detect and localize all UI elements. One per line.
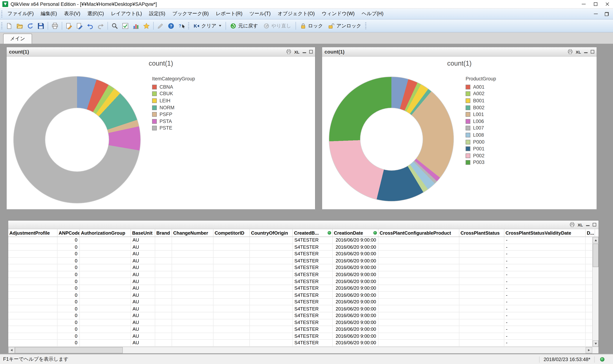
table-cell[interactable] (250, 340, 293, 346)
table-cell[interactable] (214, 312, 250, 319)
help-icon[interactable]: ? (166, 21, 176, 30)
legend-item[interactable]: L001 (466, 111, 496, 118)
lock-button[interactable]: ロック (297, 21, 326, 30)
table-cell[interactable] (214, 319, 250, 326)
table-cell[interactable]: - (504, 292, 585, 298)
column-header[interactable]: CreatedB... (293, 229, 333, 237)
table-cell[interactable] (155, 292, 172, 298)
vertical-scroll-thumb[interactable] (593, 244, 599, 267)
donut-chart[interactable] (329, 77, 453, 201)
column-header[interactable]: ANPCode (57, 229, 80, 237)
table-cell[interactable] (172, 237, 213, 243)
table-cell[interactable]: AU (131, 271, 155, 278)
maximize-object-button[interactable] (309, 50, 313, 53)
minimize-object-button[interactable] (303, 51, 306, 53)
menu-item[interactable]: ウィンドウ(W) (318, 9, 358, 19)
legend-item[interactable]: P002 (466, 152, 496, 159)
table-cell[interactable] (155, 299, 172, 305)
legend-item[interactable]: L008 (466, 131, 496, 139)
table-cell[interactable] (8, 271, 57, 278)
table-cell[interactable] (378, 244, 459, 250)
table-cell[interactable]: - (504, 278, 585, 285)
table-cell[interactable] (378, 319, 459, 326)
table-cell[interactable]: S4TESTER (293, 306, 333, 312)
table-cell[interactable]: - (504, 244, 585, 250)
table-cell[interactable]: 2016/06/20 9:00:00 (333, 271, 378, 278)
table-cell[interactable] (8, 326, 57, 332)
table-cell[interactable]: - (504, 312, 585, 319)
table-cell[interactable] (155, 244, 172, 250)
undo-layout-icon[interactable] (85, 21, 95, 30)
legend-item[interactable]: PSTE (152, 125, 195, 132)
mdi-restore-button[interactable] (603, 10, 611, 17)
table-cell[interactable]: AU (131, 312, 155, 319)
table-cell[interactable] (80, 319, 131, 326)
table-cell[interactable] (172, 278, 213, 285)
menu-item[interactable]: レポート(R) (212, 9, 246, 19)
table-cell[interactable] (8, 292, 57, 298)
menu-item[interactable]: オブジェクト(O) (274, 9, 318, 19)
table-cell[interactable] (214, 244, 250, 250)
table-cell[interactable] (214, 292, 250, 298)
table-cell[interactable]: - (504, 333, 585, 339)
table-cell[interactable] (214, 251, 250, 257)
table-cell[interactable] (214, 340, 250, 346)
table-cell[interactable] (172, 333, 213, 339)
table-cell[interactable]: AU (131, 306, 155, 312)
table-cell[interactable]: AU (131, 319, 155, 326)
table-cell[interactable] (172, 319, 213, 326)
legend-item[interactable]: CBNA (152, 83, 195, 91)
table-cell[interactable]: S4TESTER (293, 326, 333, 332)
table-cell[interactable] (250, 244, 293, 250)
legend-item[interactable]: L007 (466, 125, 496, 132)
menu-item[interactable]: ヘルプ(H) (358, 9, 387, 19)
table-cell[interactable] (8, 244, 57, 250)
table-cell[interactable] (8, 299, 57, 305)
toolbar-grip[interactable] (188, 22, 189, 29)
table-cell[interactable] (155, 251, 172, 257)
table-cell[interactable] (214, 264, 250, 271)
minimize-object-button[interactable] (584, 51, 587, 53)
column-header[interactable]: CompetitorID (214, 229, 250, 237)
menu-item[interactable]: レイアウト(L) (107, 9, 145, 19)
toolbar-grip[interactable] (1, 22, 2, 29)
table-cell[interactable] (250, 299, 293, 305)
table-cell[interactable]: AU (131, 264, 155, 271)
table-cell[interactable]: - (504, 271, 585, 278)
table-cell[interactable] (250, 271, 293, 278)
table-cell[interactable] (459, 237, 504, 243)
table-cell[interactable] (8, 237, 57, 243)
table-cell[interactable]: S4TESTER (293, 319, 333, 326)
reload-icon[interactable] (26, 21, 35, 30)
table-cell[interactable]: - (504, 251, 585, 257)
maximize-object-button[interactable] (591, 50, 594, 53)
table-cell[interactable]: AU (131, 292, 155, 298)
table-cell[interactable]: AU (131, 237, 155, 243)
table-cell[interactable] (155, 271, 172, 278)
menu-item[interactable]: ツール(T) (246, 9, 274, 19)
table-cell[interactable] (155, 326, 172, 332)
table-cell[interactable]: 2016/06/20 9:00:00 (333, 340, 378, 346)
table-cell[interactable] (172, 251, 213, 257)
table-cell[interactable]: 0 (57, 278, 80, 285)
table-cell[interactable] (378, 333, 459, 339)
menu-item[interactable]: ファイル(F) (4, 9, 37, 19)
table-cell[interactable] (378, 264, 459, 271)
table-cell[interactable]: 0 (57, 312, 80, 319)
print-icon[interactable] (567, 49, 572, 54)
table-cell[interactable] (80, 292, 131, 298)
table-cell[interactable] (378, 271, 459, 278)
table-cell[interactable] (459, 271, 504, 278)
horizontal-scrollbar[interactable] (8, 347, 599, 353)
table-cell[interactable]: S4TESTER (293, 264, 333, 271)
table-cell[interactable] (378, 278, 459, 285)
legend-item[interactable]: B002 (466, 104, 496, 111)
column-header[interactable]: Brand (155, 229, 172, 237)
table-cell[interactable] (459, 244, 504, 250)
table-cell[interactable] (250, 312, 293, 319)
close-button[interactable] (601, 0, 613, 8)
table-cell[interactable] (8, 312, 57, 319)
table-cell[interactable]: 0 (57, 244, 80, 250)
table-cell[interactable] (378, 326, 459, 332)
table-cell[interactable]: - (504, 306, 585, 312)
